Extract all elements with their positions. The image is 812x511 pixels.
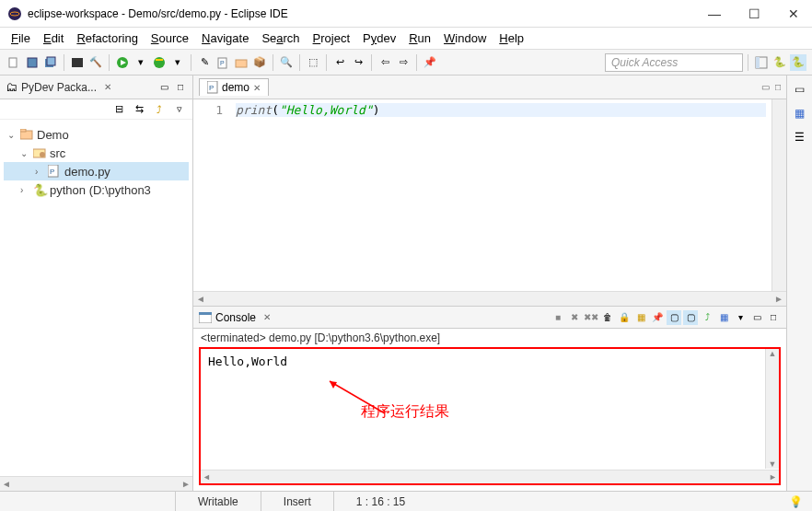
menu-file[interactable]: File [6,29,36,47]
console-tab-bar: Console ✕ ■ ✖ ✖✖ 🗑 🔒 ▦ 📌 ▢ ▢ ⤴ ▦ ▾ ▭ □ [193,307,786,329]
minimize-view-icon[interactable]: ▭ [157,81,170,94]
menu-window[interactable]: Window [438,29,492,47]
quick-access-input[interactable]: Quick Access [605,53,743,72]
pydev-perspective-icon[interactable]: 🐍 [771,54,788,71]
main-toolbar: 🔨 ▾ ▾ ✎ P 📦 🔍 ⬚ ↩ ↪ ⇦ ⇨ 📌 Quick Access 🐍… [0,50,812,75]
coverage-icon[interactable] [151,54,168,71]
separator [64,54,64,71]
back-icon[interactable]: ⇦ [377,54,393,71]
expand-toggle-icon[interactable]: ⌄ [7,130,17,140]
pin-console-icon[interactable]: 📌 [650,310,665,325]
console-vscrollbar[interactable]: ▲▼ [765,349,779,469]
next-annotation-icon[interactable]: ↪ [350,54,366,71]
expand-toggle-icon[interactable]: › [35,167,44,177]
save-icon[interactable] [24,54,41,71]
show-console-icon[interactable]: ▦ [633,310,648,325]
svg-rect-3 [28,58,37,67]
console-menu-icon[interactable]: ▦ [716,310,731,325]
coverage-dropdown-icon[interactable]: ▾ [169,54,186,71]
terminate-icon[interactable]: ■ [551,310,565,325]
task-list-icon[interactable]: ☰ [792,129,808,145]
minimize-console-icon[interactable]: ▭ [749,310,764,325]
package-explorer-tab[interactable]: 🗂 PyDev Packa... ✕ ▭ □ [0,75,192,99]
open-console-icon[interactable]: ▢ [683,310,698,325]
console-output-area[interactable]: Hello,World 程序运行结果 ▲▼ ◄► [199,347,781,485]
search-icon[interactable]: 🔍 [278,54,295,71]
new-console-icon[interactable]: ⤴ [700,310,714,325]
menu-navigate[interactable]: Navigate [196,29,254,47]
console-dropdown-icon[interactable]: ▾ [733,310,748,325]
forward-icon[interactable]: ⇨ [395,54,412,71]
source-folder-icon [33,147,46,158]
menu-source[interactable]: Source [145,29,194,47]
new-module-icon[interactable]: P [215,54,231,71]
open-perspective-icon[interactable] [753,54,770,71]
separator [416,54,417,71]
close-button[interactable]: ✕ [783,5,805,23]
menu-project[interactable]: Project [307,29,355,47]
menu-refactoring[interactable]: Refactoring [71,29,143,47]
new-folder-icon[interactable] [233,54,249,71]
remove-launch-icon[interactable]: ✖ [567,310,582,325]
toggle-mark-icon[interactable]: ⬚ [305,54,321,71]
scroll-lock-icon[interactable]: 🔒 [617,310,632,325]
terminal-icon[interactable] [69,54,86,71]
outline-view-icon[interactable]: ▦ [792,105,808,122]
tip-icon[interactable]: 💡 [780,495,812,508]
menu-help[interactable]: Help [493,29,529,47]
trim-restore-icon[interactable]: ▭ [792,81,808,98]
code-editor[interactable]: 1 print("Hello,World") [193,99,786,291]
display-selected-icon[interactable]: ▢ [667,310,681,325]
expand-toggle-icon[interactable]: › [20,185,29,195]
editor-hscrollbar[interactable]: ◄ ► [193,291,786,306]
status-insert: Insert [261,492,333,511]
line-gutter: 1 [193,99,230,291]
menu-search[interactable]: Search [256,29,305,47]
maximize-view-icon[interactable]: □ [174,81,187,94]
run-icon[interactable] [114,54,131,71]
collapse-all-icon[interactable]: ⊟ [111,102,126,117]
project-icon [20,129,33,140]
sidebar-scrollbar[interactable]: ◄ ► [0,476,192,491]
maximize-editor-icon[interactable]: □ [775,82,781,92]
menu-edit[interactable]: Edit [38,29,69,47]
editor-vscrollbar[interactable] [771,99,786,291]
build-icon[interactable]: 🔨 [87,54,104,71]
pin-icon[interactable]: 📌 [422,54,438,71]
scroll-right-icon[interactable]: ► [181,479,191,489]
tree-project[interactable]: ⌄ Demo [4,125,189,144]
menu-pydev[interactable]: Pydev [357,29,401,47]
minimize-button[interactable]: — [702,5,726,23]
editor-tab-demo[interactable]: P demo ✕ [199,78,269,96]
run-dropdown-icon[interactable]: ▾ [133,54,149,71]
editor-area: P demo ✕ ▭ □ 1 print("Hello,World") ◄ [193,75,786,491]
code-area[interactable]: print("Hello,World") [230,99,771,291]
save-all-icon[interactable] [42,54,59,71]
remove-all-icon[interactable]: ✖✖ [584,310,598,325]
scroll-left-icon[interactable]: ◄ [2,479,11,489]
close-console-icon[interactable]: ✕ [263,312,271,322]
minimize-editor-icon[interactable]: ▭ [761,82,770,92]
last-edit-icon[interactable]: ✎ [196,54,213,71]
new-package-icon[interactable]: 📦 [251,54,268,71]
close-view-icon[interactable]: ✕ [104,82,111,92]
prev-annotation-icon[interactable]: ↩ [331,54,348,71]
tree-src-folder[interactable]: ⌄ src [4,144,189,162]
scroll-right-icon[interactable]: ► [771,294,786,304]
menu-run[interactable]: Run [403,29,436,47]
new-icon[interactable] [6,54,22,71]
tree-file-demo[interactable]: › P demo.py [4,162,189,180]
maximize-console-icon[interactable]: □ [766,310,781,325]
tree-interpreter[interactable]: › 🐍 python (D:\python3 [4,180,189,199]
link-editor-icon[interactable]: ⇆ [132,102,146,117]
expand-toggle-icon[interactable]: ⌄ [20,148,29,158]
python-perspective-icon[interactable]: 🐍 [790,54,806,71]
focus-icon[interactable]: ⤴ [152,102,167,117]
close-tab-icon[interactable]: ✕ [253,83,261,93]
view-menu-icon[interactable]: ▿ [172,102,187,117]
editor-tab-label: demo [222,81,249,94]
console-hscrollbar[interactable]: ◄► [201,470,779,483]
clear-console-icon[interactable]: 🗑 [600,310,615,325]
scroll-left-icon[interactable]: ◄ [193,294,208,304]
maximize-button[interactable]: ☐ [743,5,766,23]
